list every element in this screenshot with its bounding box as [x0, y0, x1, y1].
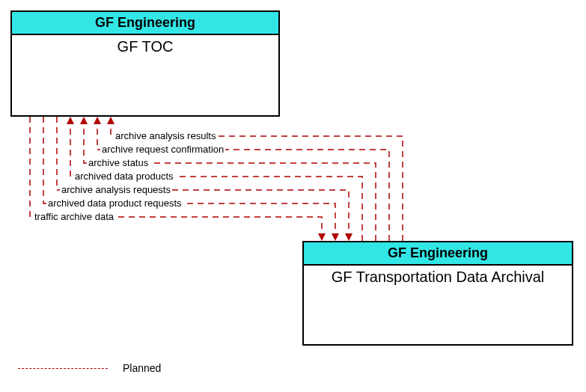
label-archive-analysis-requests: archive analysis requests [60, 185, 172, 195]
legend-text-planned: Planned [123, 362, 161, 374]
arrow-archived-data-products [67, 117, 74, 124]
arrow-traffic-archive-data [318, 233, 326, 241]
flow-archived-data-products [70, 124, 362, 241]
node-gf-archival[interactable]: GF Engineering GF Transportation Data Ar… [302, 241, 573, 346]
flow-archive-status [84, 124, 376, 241]
flow-archive-request-confirmation [97, 124, 389, 241]
node-gf-toc-org: GF Engineering [12, 12, 278, 35]
label-archived-data-products: archived data products [73, 171, 175, 182]
arrow-archive-analysis-requests [345, 233, 352, 241]
legend-line-planned [18, 368, 108, 369]
arrow-archive-status [80, 117, 88, 124]
legend: Planned [18, 362, 161, 374]
label-archive-request-confirmation: archive request confirmation [100, 144, 225, 155]
arrow-archive-analysis-results [107, 117, 115, 124]
node-gf-archival-name: GF Transportation Data Archival [304, 266, 572, 289]
flow-archive-analysis-results [111, 124, 403, 241]
arrow-archive-request-confirmation [94, 117, 101, 124]
node-gf-toc-name: GF TOC [12, 35, 278, 58]
label-traffic-archive-data: traffic archive data [33, 212, 115, 222]
label-archive-analysis-results: archive analysis results [114, 131, 217, 141]
arrow-archived-data-product-requests [332, 233, 339, 241]
label-archived-data-product-requests: archived data product requests [46, 198, 183, 209]
label-archive-status: archive status [87, 158, 150, 168]
node-gf-toc[interactable]: GF Engineering GF TOC [10, 10, 280, 117]
node-gf-archival-org: GF Engineering [304, 242, 572, 266]
